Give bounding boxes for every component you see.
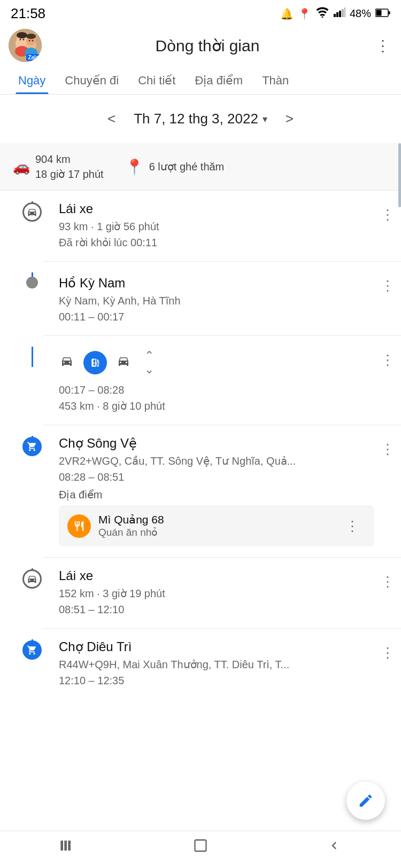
car-icon-right — [115, 354, 132, 371]
place3-sub1: R44W+Q9H, Mai Xuân Thưởng, TT. Diêu Trì,… — [59, 656, 374, 672]
drive1-title: Lái xe — [59, 201, 374, 216]
tab-ngay[interactable]: Ngày — [9, 66, 55, 94]
nested-place-mi-quang: Mì Quảng 68 Quán ăn nhỏ ⋮ — [59, 505, 374, 546]
expand-icon[interactable]: ⌃⌄ — [140, 347, 158, 379]
place3-title: Chợ Diêu Trì — [59, 639, 374, 654]
place1-title: Hồ Kỳ Nam — [59, 276, 374, 291]
timeline-item-place2: Chợ Sông Vệ 2VR2+WGQ, Cầu, TT. Sông Vệ, … — [0, 425, 401, 557]
place2-sub2: 08:28 – 08:51 — [59, 469, 374, 485]
place1-sub2: 00:11 – 00:17 — [59, 309, 374, 325]
date-prev-button[interactable]: < — [100, 106, 123, 131]
timeline-content-drive2: ⌃⌄ 00:17 – 08:28 453 km · 8 giờ 10 phút — [53, 347, 374, 414]
drive-icons: ⌃⌄ — [59, 347, 374, 379]
battery-text: 48% — [350, 7, 371, 20]
drive1-sub1: 93 km · 1 giờ 56 phút — [59, 218, 374, 234]
timeline-content-place2: Chợ Sông Vệ 2VR2+WGQ, Cầu, TT. Sông Vệ, … — [53, 436, 374, 546]
svg-rect-24 — [68, 841, 71, 851]
date-label[interactable]: Th 7, 12 thg 3, 2022 ▾ — [134, 111, 267, 127]
timeline-left-place1 — [11, 272, 53, 288]
drive1-sub2: Đã rời khỏi lúc 00:11 — [59, 234, 374, 251]
svg-rect-2 — [336, 12, 338, 17]
header-title: Dòng thời gian — [42, 36, 373, 55]
tab-dia-diem[interactable]: Địa điểm — [185, 66, 252, 94]
distance-summary: 🚗 904 km 18 giờ 17 phút — [13, 152, 104, 182]
timeline-dot-blue2 — [22, 640, 42, 660]
svg-rect-4 — [342, 9, 344, 17]
nav-back-button[interactable] — [316, 834, 352, 861]
nav-home-button[interactable] — [182, 834, 219, 861]
tab-than[interactable]: Thàn — [252, 66, 298, 94]
svg-point-17 — [23, 39, 25, 41]
svg-rect-23 — [64, 841, 67, 851]
signal-icon — [334, 7, 345, 20]
svg-point-18 — [29, 40, 30, 42]
timeline-left-drive2 — [11, 347, 53, 367]
timeline-content-drive3: Lái xe 152 km · 3 giờ 19 phút 08:51 – 12… — [53, 568, 374, 617]
wifi-icon — [315, 7, 329, 20]
tabs-bar: Ngày Chuyến đi Chi tiết Địa điểm Thàn — [0, 66, 401, 95]
place2-sub1: 2VR2+WGQ, Cầu, TT. Sông Vệ, Tư Nghĩa, Qu… — [59, 453, 374, 469]
nav-recent-button[interactable] — [49, 834, 85, 861]
tab-chi-tiet[interactable]: Chi tiết — [128, 66, 185, 94]
timeline-left-place3 — [11, 639, 53, 660]
timeline-dot-gray1 — [26, 277, 38, 288]
drive2-distance: 453 km · 8 giờ 10 phút — [59, 398, 374, 414]
bottom-nav — [0, 831, 401, 868]
drive1-more-button[interactable]: ⋮ — [374, 202, 401, 228]
timeline-item-place3: Chợ Diêu Trì R44W+Q9H, Mai Xuân Thưởng, … — [0, 629, 401, 742]
tab-chuyen-di[interactable]: Chuyến đi — [55, 66, 128, 94]
nested-place-more-button[interactable]: ⋮ — [339, 514, 366, 539]
timeline-left-drive3 — [11, 568, 53, 589]
header: Zalo Dòng thời gian ⋮ — [0, 25, 401, 62]
visits-summary: 📍 6 lượt ghé thăm — [125, 158, 225, 176]
timeline-dot-car1 — [22, 202, 42, 222]
place3-sub2: 12:10 – 12:35 — [59, 672, 374, 689]
place2-tag: Địa điểm — [59, 488, 102, 501]
nested-place-title: Mì Quảng 68 — [98, 513, 331, 526]
zalo-badge: Zalo — [26, 54, 41, 61]
fab-edit-button[interactable] — [346, 781, 385, 820]
svg-point-16 — [20, 39, 21, 41]
timeline-item-drive3: Lái xe 152 km · 3 giờ 19 phút 08:51 – 12… — [0, 558, 401, 628]
nested-place-text: Mì Quảng 68 Quán ăn nhỏ — [98, 513, 331, 538]
svg-point-0 — [321, 17, 323, 18]
summary-bar: 🚗 904 km 18 giờ 17 phút 📍 6 lượt ghé thă… — [0, 143, 401, 191]
timeline-left-place2 — [11, 436, 53, 456]
svg-point-14 — [17, 32, 27, 38]
svg-rect-25 — [195, 840, 206, 851]
timeline-left-drive1 — [11, 201, 53, 222]
drive3-sub1: 152 km · 3 giờ 19 phút — [59, 585, 374, 601]
timeline-item-drive1: Lái xe 93 km · 1 giờ 56 phút Đã rời khỏi… — [0, 191, 401, 261]
status-icons: 🔔 📍 48% — [280, 7, 390, 20]
place2-more-button[interactable]: ⋮ — [374, 437, 401, 462]
svg-rect-22 — [60, 841, 63, 851]
timeline-content-place1: Hồ Kỳ Nam Kỳ Nam, Kỳ Anh, Hà Tĩnh 00:11 … — [53, 272, 374, 325]
timeline-content-place3: Chợ Diêu Trì R44W+Q9H, Mai Xuân Thưởng, … — [53, 639, 374, 689]
header-menu-button[interactable]: ⋮ — [373, 37, 392, 54]
svg-rect-3 — [339, 11, 341, 17]
drive2-more-button[interactable]: ⋮ — [374, 348, 401, 373]
summary-visits-text: 6 lượt ghé thăm — [149, 159, 225, 174]
svg-rect-7 — [389, 11, 390, 14]
drive2-time: 00:17 – 08:28 — [59, 382, 374, 398]
place2-title: Chợ Sông Vệ — [59, 436, 374, 451]
status-time: 21:58 — [11, 5, 45, 22]
alarm-icon: 🔔 — [280, 7, 294, 20]
status-bar: 21:58 🔔 📍 48% — [0, 0, 401, 25]
place1-more-button[interactable]: ⋮ — [374, 273, 401, 299]
date-dropdown-icon: ▾ — [263, 113, 267, 125]
drive3-sub2: 08:51 – 12:10 — [59, 601, 374, 617]
food-icon — [67, 514, 91, 538]
drive3-more-button[interactable]: ⋮ — [374, 569, 401, 595]
svg-point-15 — [26, 34, 36, 39]
timeline-item-place1: Hồ Kỳ Nam Kỳ Nam, Kỳ Anh, Hà Tĩnh 00:11 … — [0, 262, 401, 335]
date-next-button[interactable]: > — [278, 106, 301, 131]
timeline-item-drive2: ⌃⌄ 00:17 – 08:28 453 km · 8 giờ 10 phút … — [0, 336, 401, 425]
fuel-icon — [83, 351, 107, 374]
place3-more-button[interactable]: ⋮ — [374, 640, 401, 666]
timeline-dot-car3 — [22, 569, 42, 589]
svg-point-19 — [32, 40, 34, 42]
car-icon: 🚗 — [13, 159, 30, 175]
date-navigation: < Th 7, 12 thg 3, 2022 ▾ > — [0, 95, 401, 143]
avatar[interactable]: Zalo — [9, 29, 42, 62]
